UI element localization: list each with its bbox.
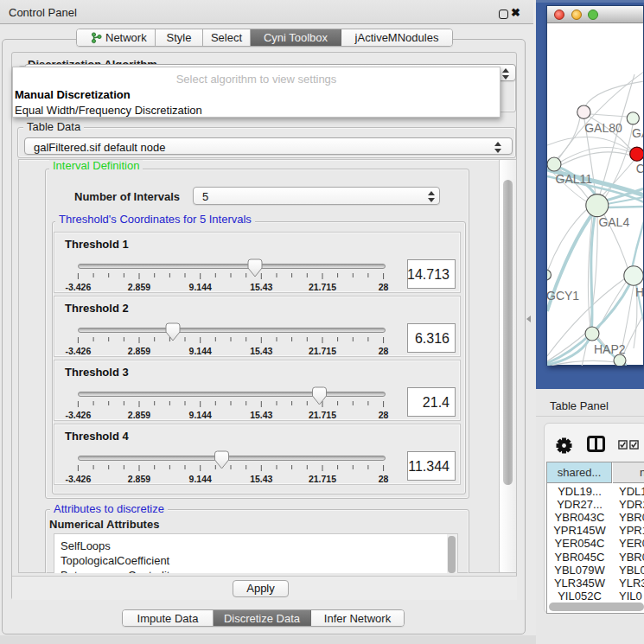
svg-text:GAL80: GAL80 [584, 121, 622, 135]
svg-text:GCY1: GCY1 [547, 289, 579, 303]
svg-text:HAP2: HAP2 [594, 342, 626, 356]
svg-text:C: C [636, 162, 643, 175]
svg-text:GAL4: GAL4 [598, 215, 629, 229]
svg-text:GAL11: GAL11 [556, 172, 593, 186]
svg-text:GA: GA [632, 126, 643, 140]
svg-text:H: H [635, 285, 643, 299]
